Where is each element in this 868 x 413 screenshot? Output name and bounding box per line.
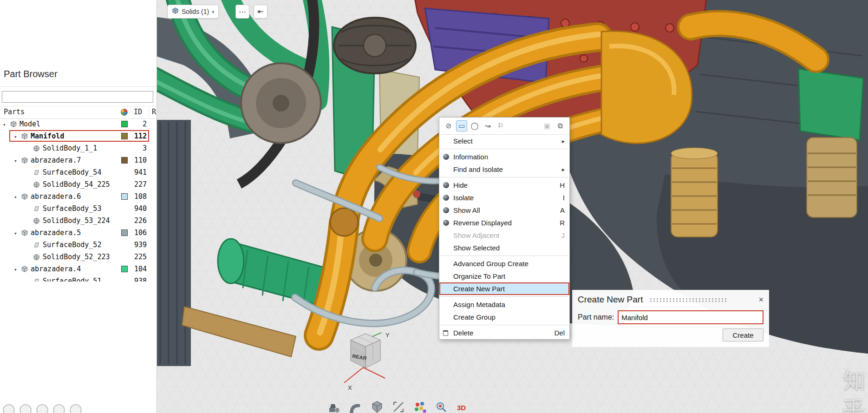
menu-item-show-all[interactable]: Show AllA (439, 204, 569, 216)
part-search-input[interactable] (2, 91, 153, 103)
dock-icon-4[interactable] (53, 404, 65, 413)
menu-item-show-adjacent[interactable]: Show AdjacentJ (439, 229, 569, 242)
menu-item-find-and-isolate[interactable]: Find and Isolate▸ (439, 163, 569, 176)
column-header-id[interactable]: ID (134, 108, 142, 116)
more-options-button[interactable]: ⋯ (235, 5, 249, 19)
surface-icon (33, 275, 42, 282)
menu-item-label: Reverse Displayed (453, 219, 550, 227)
solids-filter-label: Solids (1) (182, 8, 209, 15)
menu-item-create-group[interactable]: Create Group (439, 311, 569, 323)
mesh-cube-icon[interactable] (370, 400, 384, 413)
window-select-tool-icon[interactable]: ▣ (542, 120, 553, 131)
render-3d-icon[interactable]: 3D (456, 400, 470, 413)
menu-item-shortcut: I (550, 194, 565, 202)
tree-row-id: 227 (124, 178, 147, 190)
color-column-icon[interactable] (121, 109, 128, 116)
expand-arrow-icon[interactable]: ▾ (14, 228, 21, 240)
part-icon (21, 190, 30, 203)
tree-row-surfacebody_53[interactable]: SurfaceBody_53940 (0, 203, 157, 215)
dock-icon-2[interactable] (20, 404, 32, 413)
part-icon (21, 263, 30, 275)
collapse-panel-button[interactable]: ⇤ (254, 5, 268, 19)
menu-item-hide[interactable]: HideH (439, 179, 569, 191)
column-header-parts[interactable]: Parts (4, 108, 25, 116)
tree-row-model[interactable]: ▾Model2 (0, 118, 157, 130)
menu-item-show-selected[interactable]: Show Selected (439, 242, 569, 254)
reverse-displayed-icon (443, 220, 453, 226)
tree-row-solidbody_52_223[interactable]: SolidBody_52_223225 (0, 251, 157, 263)
tree-row-solidbody_54_225[interactable]: SolidBody_54_225227 (0, 178, 157, 190)
pipe-icon[interactable] (349, 400, 363, 413)
tree-row-surfacebody_51[interactable]: SurfaceBody_51938 (0, 275, 157, 282)
tree-row-id: 225 (124, 251, 147, 263)
tree-row-id: 104 (124, 263, 147, 275)
part-icon (21, 130, 30, 142)
tree-row-manifold[interactable]: ▾Manifold112 (0, 130, 157, 142)
menu-item-assign-metadata[interactable]: Assign Metadata (439, 298, 569, 311)
tree-row-abrazadera.7[interactable]: ▾abrazadera.7110 (0, 154, 157, 166)
tree-row-label: abrazadera.4 (31, 265, 81, 273)
expand-arrow-icon[interactable]: ▾ (14, 155, 21, 167)
menu-item-information[interactable]: Information (439, 151, 569, 163)
menu-item-isolate[interactable]: IsolateI (439, 191, 569, 204)
part-name-label: Part name: (578, 313, 614, 321)
tree-row-abrazadera.4[interactable]: ▾abrazadera.4104 (0, 263, 157, 275)
expand-arrow-icon[interactable]: ▾ (14, 131, 21, 143)
rectangle-select-tool-icon[interactable]: ▭ (456, 120, 467, 131)
circle-select-tool-icon[interactable]: ◯ (469, 120, 480, 131)
menu-item-shortcut: J (550, 231, 565, 239)
expand-arrow-icon[interactable]: ▾ (14, 191, 21, 203)
menu-item-select[interactable]: Select▸ (439, 135, 569, 147)
bottom-dock-icons (3, 404, 82, 413)
tree-row-label: SurfaceBody_51 (43, 277, 101, 282)
menu-item-advanced-group-create[interactable]: Advanced Group Create (439, 257, 569, 270)
dock-icon-1[interactable] (3, 404, 15, 413)
solids-filter-dropdown[interactable]: Solids (1) ▾ (167, 5, 219, 19)
column-divider (149, 107, 149, 118)
create-button[interactable]: Create (723, 328, 764, 341)
tree-row-label: SolidBody_53_224 (43, 216, 110, 225)
tree-row-abrazadera.5[interactable]: ▾abrazadera.5106 (0, 227, 157, 239)
panel-title: Part Browser (4, 69, 58, 79)
context-menu-items: Select▸InformationFind and Isolate▸HideH… (439, 135, 569, 339)
cad-application-window: Solids (1) ▾ ⋯ ⇤ REAR Y X 3D 知乎 @卡拉奇 (0, 0, 868, 413)
show-all-icon (443, 207, 453, 213)
measure-icon[interactable] (392, 400, 405, 413)
tree-row-surfacebody_54[interactable]: SurfaceBody_54941 (0, 166, 157, 178)
deselect-tool-icon[interactable]: ⊘ (443, 120, 454, 131)
color-palette-icon[interactable] (413, 400, 427, 413)
zoom-icon[interactable] (434, 400, 448, 413)
tree-row-id: 112 (124, 130, 147, 142)
menu-item-organize-to-part[interactable]: Organize To Part (439, 270, 569, 282)
close-icon[interactable]: × (758, 295, 764, 304)
dialog-drag-handle[interactable] (649, 298, 727, 302)
menu-item-delete[interactable]: DeleteDel (439, 327, 569, 339)
copy-displayed-tool-icon[interactable]: ⧉ (555, 120, 566, 131)
part-icon (21, 227, 30, 239)
column-header-r[interactable]: R (152, 108, 156, 116)
menu-separator (440, 256, 568, 256)
dock-icon-3[interactable] (36, 404, 48, 413)
engine-part-icon[interactable] (327, 400, 341, 413)
tree-row-surfacebody_52[interactable]: SurfaceBody_52939 (0, 239, 157, 251)
lasso-select-tool-icon[interactable]: ↝ (482, 120, 493, 131)
expand-arrow-icon[interactable]: ▾ (3, 119, 10, 131)
dock-icon-5[interactable] (70, 404, 82, 413)
tree-row-solidbody_53_224[interactable]: SolidBody_53_224226 (0, 215, 157, 227)
create-new-part-dialog: Create New Part × Part name: Create (572, 290, 769, 347)
menu-item-label: Create New Part (453, 285, 550, 293)
context-menu: ⊘▭◯↝⚐▣⧉ Select▸InformationFind and Isola… (439, 117, 570, 340)
tree-row-solidbody_1_1[interactable]: SolidBody_1_13 (0, 142, 157, 154)
polygon-select-tool-icon[interactable]: ⚐ (495, 120, 506, 131)
menu-item-label: Find and Isolate (453, 165, 544, 173)
part-name-input[interactable] (618, 310, 764, 324)
tree-row-id: 108 (124, 190, 147, 203)
menu-item-create-new-part[interactable]: Create New Part (439, 282, 569, 295)
view-orientation-cube[interactable]: REAR Y X (338, 323, 393, 393)
tree-row-abrazadera.6[interactable]: ▾abrazadera.6108 (0, 190, 157, 203)
watermark-text: 知乎 @卡拉奇 (843, 365, 868, 413)
expand-arrow-icon[interactable]: ▾ (14, 264, 21, 276)
menu-item-reverse-displayed[interactable]: Reverse DisplayedR (439, 216, 569, 229)
menu-item-label: Select (453, 137, 544, 145)
part-icon (10, 118, 19, 130)
